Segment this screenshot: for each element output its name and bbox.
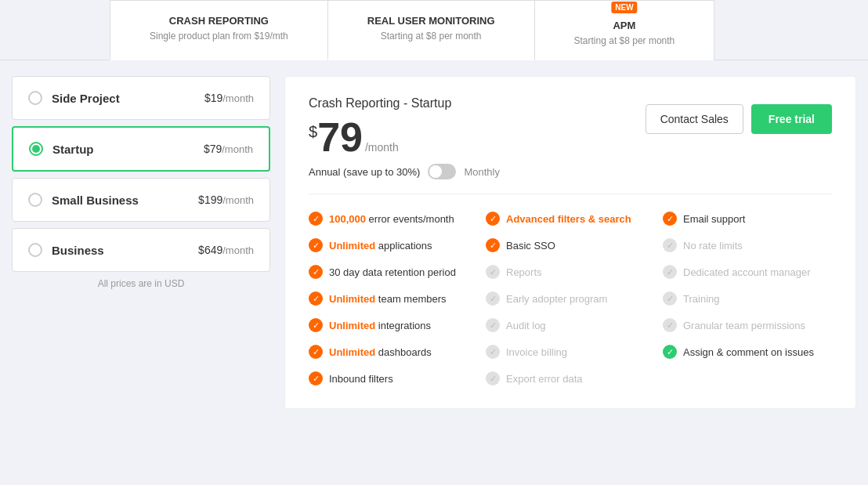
check-icon: ✓: [309, 291, 323, 306]
feature-item: ✓ 100,000 error events/month: [309, 208, 478, 229]
feature-text: Invoice billing: [506, 346, 567, 358]
tab-title: APM: [574, 20, 675, 31]
feature-item: ✓ No rate limits: [663, 235, 832, 255]
feature-text: Inbound filters: [329, 373, 393, 385]
plan-name: Startup: [52, 143, 94, 156]
plan-note: All prices are in USD: [12, 278, 270, 289]
feature-text: Reports: [506, 266, 542, 278]
free-trial-button[interactable]: Free trial: [751, 104, 832, 134]
feature-item: ✓ Granular team permissions: [663, 315, 832, 335]
feature-item: ✓ Export error data: [486, 368, 655, 389]
check-icon-inactive: ✓: [486, 318, 500, 332]
feature-text: Basic SSO: [506, 240, 555, 252]
check-icon: ✓: [309, 318, 323, 332]
new-badge: NEW: [611, 2, 637, 13]
plan-detail-title: Crash Reporting - Startup: [309, 96, 500, 110]
divider: [309, 194, 832, 194]
feature-text: Unlimited team members: [329, 293, 447, 305]
check-icon-inactive: ✓: [663, 265, 677, 279]
feature-item: ✓ Unlimited dashboards: [309, 342, 478, 362]
plan-option-startup[interactable]: Startup $79/month: [12, 126, 270, 172]
radio-side-project: [28, 91, 42, 105]
feature-text: Dedicated account manager: [683, 266, 811, 278]
check-icon: ✓: [486, 238, 500, 252]
feature-item: ✓ Email support: [663, 208, 832, 229]
feature-text: Training: [683, 293, 719, 305]
feature-item: ✓ Basic SSO: [486, 235, 655, 255]
feature-item: ✓ Unlimited integrations: [309, 315, 478, 335]
tab-crash-reporting[interactable]: CRASH REPORTING Single product plan from…: [110, 0, 328, 60]
feature-item: ✓ Early adopter program: [486, 288, 655, 309]
product-tabs: CRASH REPORTING Single product plan from…: [0, 0, 868, 60]
plan-name: Side Project: [52, 92, 120, 105]
feature-item: ✓ Dedicated account manager: [663, 262, 832, 282]
plan-name: Business: [52, 244, 104, 257]
price-number: 79: [317, 117, 363, 157]
plan-option-business[interactable]: Business $649/month: [12, 228, 270, 272]
plan-price: $199/month: [198, 194, 254, 206]
feature-item: ✓ Unlimited applications: [309, 235, 478, 255]
tab-title: REAL USER MONITORING: [367, 15, 495, 27]
check-icon: ✓: [309, 238, 323, 252]
plan-option-side-project[interactable]: Side Project $19/month: [12, 76, 270, 120]
feature-text: Unlimited integrations: [329, 320, 431, 331]
billing-label: Annual (save up to 30%): [309, 166, 420, 178]
check-icon: ✓: [663, 212, 677, 226]
features-grid: ✓ 100,000 error events/month ✓ Advanced …: [309, 208, 832, 389]
radio-startup: [29, 142, 43, 156]
plan-detail: Crash Reporting - Startup $ 79 /month An…: [284, 76, 856, 409]
feature-item: ✓ Training: [663, 288, 832, 309]
tab-subtitle: Starting at $8 per month: [367, 31, 495, 42]
price-display: $ 79 /month: [309, 117, 500, 157]
radio-business: [28, 243, 42, 257]
feature-text: Audit log: [506, 320, 546, 331]
price-dollar: $: [309, 123, 317, 141]
tab-rum[interactable]: REAL USER MONITORING Starting at $8 per …: [328, 0, 535, 60]
feature-text: Export error data: [506, 373, 583, 385]
plan-price: $649/month: [198, 244, 254, 256]
feature-text: 30 day data retention period: [329, 266, 456, 278]
contact-sales-button[interactable]: Contact Sales: [646, 104, 743, 134]
feature-item: ✓ Unlimited team members: [309, 288, 478, 309]
tab-subtitle: Single product plan from $19/mth: [150, 31, 288, 42]
check-icon: ✓: [309, 371, 323, 385]
check-icon: ✓: [486, 212, 500, 226]
check-icon-inactive: ✓: [486, 291, 500, 306]
feature-placeholder: [663, 368, 832, 389]
plan-name: Small Business: [52, 194, 139, 207]
feature-text: Advanced filters & search: [506, 213, 631, 225]
billing-toggle-row: Annual (save up to 30%) Monthly: [309, 164, 500, 179]
radio-small-business: [28, 193, 42, 207]
feature-text: Early adopter program: [506, 293, 607, 305]
check-icon-inactive: ✓: [663, 318, 677, 332]
feature-text: Assign & comment on issues: [683, 346, 814, 358]
check-icon: ✓: [309, 345, 323, 359]
feature-text: Unlimited dashboards: [329, 346, 432, 358]
feature-item: ✓ Invoice billing: [486, 342, 655, 362]
plan-selector: Side Project $19/month Startup $79/month…: [12, 76, 270, 409]
toggle-switch[interactable]: [428, 164, 456, 179]
check-icon-inactive: ✓: [486, 371, 500, 385]
plan-price: $19/month: [204, 92, 254, 104]
check-icon-inactive: ✓: [663, 291, 677, 306]
tab-subtitle: Starting at $8 per month: [574, 35, 675, 46]
feature-item: ✓ Inbound filters: [309, 368, 478, 389]
check-icon-inactive: ✓: [663, 238, 677, 252]
plan-option-small-business[interactable]: Small Business $199/month: [12, 178, 270, 222]
feature-text: No rate limits: [683, 240, 743, 252]
plan-price: $79/month: [204, 143, 253, 155]
feature-text: Email support: [683, 213, 745, 225]
feature-item: ✓ 30 day data retention period: [309, 262, 478, 282]
check-icon-inactive: ✓: [486, 265, 500, 279]
billing-monthly: Monthly: [464, 166, 500, 178]
feature-item: ✓ Reports: [486, 262, 655, 282]
check-icon: ✓: [309, 265, 323, 279]
price-period: /month: [365, 141, 399, 154]
tab-title: CRASH REPORTING: [150, 15, 288, 27]
check-icon-inactive: ✓: [486, 345, 500, 359]
feature-text: Unlimited applications: [329, 240, 432, 252]
feature-item: ✓ Advanced filters & search: [486, 208, 655, 229]
check-icon: ✓: [663, 345, 677, 359]
tab-apm[interactable]: NEW APM Starting at $8 per month: [535, 0, 715, 60]
feature-text: Granular team permissions: [683, 320, 805, 331]
